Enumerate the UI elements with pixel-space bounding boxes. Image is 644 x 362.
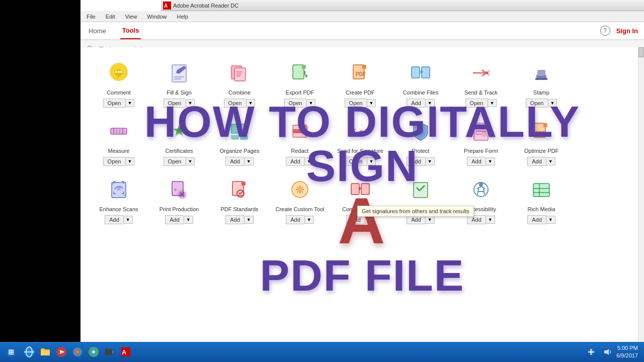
tray-speaker-icon[interactable] — [600, 345, 614, 359]
tool-prepare-form: Prepare Form Add ▼ — [451, 114, 511, 168]
taskbar-chrome-icon[interactable] — [87, 345, 101, 359]
pdf-standards-arrow-button[interactable]: ▼ — [244, 216, 254, 224]
enhance-scans-arrow-button[interactable]: ▼ — [123, 216, 133, 224]
menu-window[interactable]: Window — [145, 13, 169, 21]
measure-arrow-button[interactable]: ▼ — [125, 157, 135, 165]
scrollbar[interactable] — [638, 47, 644, 344]
protect-btn-group: Add ▼ — [407, 157, 435, 166]
combine-files-btn-group: Add ▼ — [407, 99, 435, 108]
menu-view[interactable]: View — [123, 13, 139, 21]
svg-rect-41 — [474, 123, 488, 140]
send-track-icon — [467, 59, 495, 86]
create-custom-arrow-button[interactable]: ▼ — [304, 216, 314, 224]
measure-icon — [105, 118, 132, 145]
send-signature-icon: x — [347, 118, 374, 145]
stamp-open-button[interactable]: Open — [526, 99, 548, 108]
stamp-arrow-button[interactable]: ▼ — [548, 99, 557, 107]
protect-add-button[interactable]: Add — [407, 157, 425, 166]
svg-point-3 — [115, 71, 117, 73]
export-pdf-btn-group: Open ▼ — [284, 99, 316, 108]
fill-sign-open-button[interactable]: Open — [164, 99, 186, 108]
nav-right: ? Sign In — [600, 26, 638, 36]
create-pdf-open-button[interactable]: Open — [345, 99, 367, 108]
taskbar-video-icon[interactable] — [103, 345, 117, 359]
tool-print-production: + Print Production Add ▼ — [149, 172, 209, 226]
export-pdf-open-button[interactable]: Open — [284, 99, 306, 108]
optimize-pdf-arrow-button[interactable]: ▼ — [546, 157, 555, 165]
action-wizard-arrow-button[interactable]: ▼ — [425, 216, 435, 224]
taskbar-ie-icon[interactable] — [22, 345, 36, 359]
svg-point-33 — [177, 128, 181, 132]
export-pdf-arrow-button[interactable]: ▼ — [306, 99, 316, 107]
comment-open-button[interactable]: Open — [103, 99, 125, 108]
scrollbar-thumb[interactable] — [638, 47, 644, 57]
send-track-arrow-button[interactable]: ▼ — [488, 99, 497, 107]
redact-btn-group: Add ▼ — [286, 157, 314, 166]
prepare-form-arrow-button[interactable]: ▼ — [486, 157, 495, 165]
tool-certificates: Certificates Open ▼ — [149, 114, 209, 168]
menu-help[interactable]: Help — [175, 13, 190, 21]
optimize-pdf-add-button[interactable]: Add — [527, 157, 546, 166]
fill-sign-icon — [166, 59, 193, 86]
protect-arrow-button[interactable]: ▼ — [425, 157, 435, 165]
sign-in-button[interactable]: Sign In — [616, 27, 638, 35]
svg-rect-37 — [240, 135, 248, 139]
certificates-arrow-button[interactable]: ▼ — [186, 157, 195, 165]
comment-arrow-button[interactable]: ▼ — [125, 99, 135, 107]
send-track-open-button[interactable]: Open — [465, 99, 488, 108]
fill-sign-arrow-button[interactable]: ▼ — [186, 99, 195, 107]
organize-pages-add-button[interactable]: Add — [225, 157, 244, 166]
app-icon: A — [163, 2, 171, 10]
svg-point-45 — [481, 131, 487, 137]
prepare-form-add-button[interactable]: Add — [467, 157, 486, 166]
certificates-open-button[interactable]: Open — [164, 157, 186, 166]
nav-tools[interactable]: Tools — [120, 22, 141, 39]
accessibility-icon — [467, 176, 495, 203]
create-custom-add-button[interactable]: Add — [286, 215, 304, 224]
rich-media-add-button[interactable]: Add — [527, 215, 546, 224]
create-custom-icon — [286, 176, 313, 203]
organize-pages-arrow-button[interactable]: ▼ — [244, 157, 254, 165]
svg-rect-87 — [105, 349, 112, 355]
svg-text:⊞: ⊞ — [8, 348, 14, 356]
pdf-standards-add-button[interactable]: Add — [225, 215, 244, 224]
combine-open-button[interactable]: Open — [224, 99, 246, 108]
send-signature-open-button[interactable]: Open — [345, 157, 367, 166]
redact-arrow-button[interactable]: ▼ — [304, 157, 314, 165]
menu-file[interactable]: File — [85, 13, 98, 21]
combine-icon — [226, 59, 253, 86]
create-pdf-arrow-button[interactable]: ▼ — [367, 99, 376, 107]
svg-rect-26 — [537, 70, 545, 76]
prepare-form-btn-group: Add ▼ — [467, 157, 495, 166]
compare-files-arrow-button[interactable]: ▼ — [365, 216, 374, 224]
tool-export-pdf: Export PDF Open ▼ — [270, 55, 330, 110]
print-production-arrow-button[interactable]: ▼ — [184, 216, 193, 224]
start-button[interactable]: ⊞ — [2, 344, 20, 359]
export-pdf-icon — [286, 59, 313, 86]
enhance-scans-add-button[interactable]: Add — [105, 215, 123, 224]
measure-open-button[interactable]: Open — [103, 157, 125, 166]
svg-rect-27 — [535, 78, 547, 80]
rich-media-arrow-button[interactable]: ▼ — [546, 216, 555, 224]
combine-files-add-button[interactable]: Add — [407, 99, 425, 108]
combine-files-arrow-button[interactable]: ▼ — [425, 99, 435, 107]
accessibility-arrow-button[interactable]: ▼ — [486, 216, 495, 224]
send-signature-arrow-button[interactable]: ▼ — [367, 157, 376, 165]
taskbar-firefox-icon[interactable] — [70, 345, 85, 359]
redact-add-button[interactable]: Add — [286, 157, 304, 166]
create-pdf-label: Create PDF — [346, 89, 375, 96]
menu-edit[interactable]: Edit — [104, 13, 117, 21]
create-custom-btn-group: Add ▼ — [286, 215, 314, 224]
taskbar-folder-icon[interactable] — [38, 345, 52, 359]
nav-home[interactable]: Home — [87, 22, 108, 39]
combine-files-icon — [407, 59, 434, 86]
help-button[interactable]: ? — [600, 26, 610, 36]
combine-arrow-button[interactable]: ▼ — [246, 99, 256, 107]
taskbar-acrobat-icon[interactable]: A — [119, 345, 133, 359]
prepare-form-icon — [467, 118, 495, 145]
tray-network-icon[interactable] — [584, 345, 598, 359]
create-pdf-icon: PDF — [347, 59, 374, 86]
rich-media-label: Rich Media — [527, 206, 555, 212]
print-production-add-button[interactable]: Add — [165, 215, 184, 224]
taskbar-media-icon[interactable] — [54, 345, 68, 359]
